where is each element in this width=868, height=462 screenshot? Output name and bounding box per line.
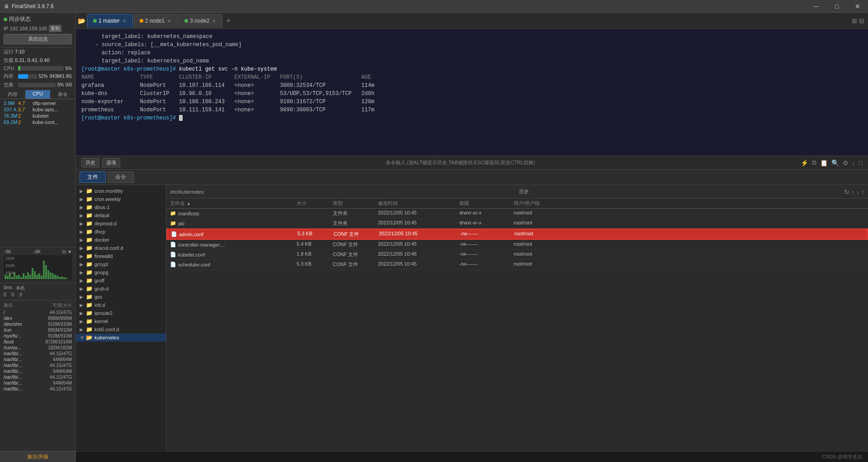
proc-tab-cmd[interactable]: 命令 bbox=[50, 90, 75, 99]
refresh-button[interactable]: ↻ bbox=[844, 188, 849, 195]
file-row-scheduler-conf[interactable]: 📄 scheduler.conf 5.3 KB CONF 文件 2022/12/… bbox=[166, 260, 868, 270]
tab-node2[interactable]: 3 node2 ✕ bbox=[179, 14, 222, 28]
mem-size-value: 943M/1.8G bbox=[50, 74, 72, 79]
tree-item-kernel[interactable]: ▶ 📁 kernel bbox=[76, 317, 166, 325]
settings-icon[interactable]: ⚙ bbox=[843, 159, 849, 167]
tree-item-iproute2[interactable]: ▶ 📁 iproute2 bbox=[76, 309, 166, 317]
file-owner: root/root bbox=[514, 241, 577, 248]
term-line: - source_labels: [__meta_kubernetes_pod_… bbox=[81, 41, 863, 49]
tab-close-node1[interactable]: ✕ bbox=[166, 19, 172, 24]
tree-item-krb5[interactable]: ▶ 📁 krb5.conf.d bbox=[76, 325, 166, 333]
tab-label-node1: 2 node1 bbox=[145, 18, 165, 24]
proc-name: kube-cont... bbox=[33, 119, 72, 125]
tab-node1[interactable]: 2 node1 ✕ bbox=[134, 14, 178, 28]
net-io-label[interactable]: Io ▼ bbox=[62, 249, 72, 254]
upgrade-button[interactable]: 激活/升级 bbox=[0, 451, 75, 462]
terminal-copy2-icon[interactable]: 📋 bbox=[820, 159, 828, 167]
tree-item-gss[interactable]: ▶ 📁 gss bbox=[76, 293, 166, 301]
select-button[interactable]: 选项 bbox=[102, 158, 120, 167]
tree-item-cron-monthly[interactable]: ▶ 📁 cron.monthly bbox=[76, 187, 166, 195]
tree-item-firewalld[interactable]: ▶ 📁 firewalld bbox=[76, 252, 166, 260]
file-modified: 2022/12/05 10:45 bbox=[378, 220, 459, 227]
disk-item: /var/lib/...64M/64M bbox=[4, 380, 72, 386]
download-fm-button[interactable]: ↓ bbox=[856, 188, 859, 195]
proc-name: sftp-server bbox=[33, 100, 72, 106]
minimize-button[interactable]: ─ bbox=[806, 0, 826, 13]
tree-label: cron.weekly bbox=[94, 196, 121, 202]
tree-item-dhcp[interactable]: ▶ 📁 dhcp bbox=[76, 228, 166, 236]
folder-icon: 📁 bbox=[86, 302, 93, 308]
download-icon[interactable]: ↓ bbox=[852, 159, 855, 167]
titlebar-controls[interactable]: ─ □ ✕ bbox=[806, 0, 868, 13]
terminal[interactable]: target_label: kubernetes_namespace - sou… bbox=[76, 29, 868, 156]
file-row-admin-conf[interactable]: 📄 admin.conf 5.3 KB CONF 文件 2022/12/05 1… bbox=[166, 229, 868, 240]
proc-tab-cpu[interactable]: CPU bbox=[25, 90, 51, 99]
proc-mem: 76.3M bbox=[4, 113, 16, 119]
proc-item[interactable]: 69.2M 2 kube-cont... bbox=[0, 119, 75, 125]
lightning-icon[interactable]: ⚡ bbox=[801, 159, 808, 167]
tree-item-groff[interactable]: ▶ 📁 groff bbox=[76, 276, 166, 285]
tab-label-node2: 3 node2 bbox=[190, 18, 209, 24]
folder-icon: 📁 bbox=[86, 188, 93, 194]
tree-item-grub[interactable]: ▶ 📁 grub.d bbox=[76, 285, 166, 293]
file-row-kubelet-conf[interactable]: 📄 kubelet.conf 1.8 KB CONF 文件 2022/12/05… bbox=[166, 250, 868, 260]
add-tab-button[interactable]: + bbox=[223, 17, 233, 25]
upload-button[interactable]: ↑ bbox=[861, 188, 864, 195]
copy-ip-button[interactable]: 复制 bbox=[49, 25, 61, 32]
tree-item-dracut[interactable]: ▶ 📁 dracut.conf.d bbox=[76, 244, 166, 252]
tree-panel: ▶ 📁 cron.monthly ▶ 📁 cron.weekly ▶ 📁 bbox=[76, 185, 166, 451]
tree-item-cron-weekly[interactable]: ▶ 📁 cron.weekly bbox=[76, 195, 166, 203]
folder-icon: 📁 bbox=[86, 229, 93, 235]
fm-tab-cmd[interactable]: 命令 bbox=[108, 171, 134, 183]
disk-item: /boot872M/1014M bbox=[4, 339, 72, 345]
close-button[interactable]: ✕ bbox=[847, 0, 868, 13]
tab-close-master[interactable]: ✕ bbox=[122, 19, 127, 24]
history-button[interactable]: 历史 bbox=[81, 158, 99, 167]
sync-row: 同步状态 bbox=[4, 15, 72, 23]
file-row-manifests[interactable]: 📁 manifests 文件夹 2022/12/05 10:45 drwxr-x… bbox=[166, 209, 868, 219]
term-line: [root@master k8s-prometheus]# kubectl ge… bbox=[81, 65, 863, 73]
proc-item[interactable]: 337.4... 3.7 kube-apis... bbox=[0, 106, 75, 113]
tree-item-depmod[interactable]: ▶ 📁 depmod.d bbox=[76, 219, 166, 228]
maximize-term-icon[interactable]: □ bbox=[859, 159, 863, 167]
tree-item-gnupg[interactable]: ▶ 📁 gnupg bbox=[76, 268, 166, 276]
search-icon[interactable]: 🔍 bbox=[831, 159, 839, 167]
tree-label: default bbox=[94, 213, 109, 218]
tree-item-default[interactable]: ▶ 📁 default bbox=[76, 211, 166, 219]
proc-item[interactable]: 2.9M 4.7 sftp-server bbox=[0, 100, 75, 106]
proc-name: kube-apis... bbox=[33, 107, 72, 112]
copy-terminal-icon[interactable]: ⧉ bbox=[812, 159, 816, 167]
maximize-button[interactable]: □ bbox=[826, 0, 847, 13]
col-owner: 用户/用户组 bbox=[514, 200, 577, 207]
tab-master[interactable]: 1 master ✕ bbox=[87, 14, 133, 28]
filename: manifests bbox=[178, 211, 199, 216]
latency-val-2: 0 bbox=[12, 292, 14, 297]
up-button[interactable]: ↑ bbox=[851, 188, 854, 195]
expand-icon[interactable]: ⊟ bbox=[859, 17, 864, 24]
col-filename: 文件名 ▲ bbox=[170, 200, 297, 207]
expand-icon: ▶ bbox=[80, 270, 84, 276]
tree-item-initd[interactable]: ▶ 📁 init.d bbox=[76, 301, 166, 309]
fm-tab-file[interactable]: 文件 bbox=[80, 171, 106, 183]
proc-tab-mem[interactable]: 内存 bbox=[0, 90, 25, 99]
tree-label: grub.d bbox=[94, 286, 108, 291]
tree-item-docker[interactable]: ▶ 📁 docker bbox=[76, 236, 166, 244]
expand-icon: ▼ bbox=[80, 335, 84, 340]
filename: pki bbox=[178, 221, 184, 226]
file-row-pki[interactable]: 📁 pki 文件夹 2022/12/05 10:45 drwxr-xr-x ro… bbox=[166, 219, 868, 229]
grid-icon[interactable]: ⊞ bbox=[852, 17, 857, 24]
tree-label: firewalld bbox=[94, 253, 113, 259]
disk-item: /var/lib/...44.1G/47G bbox=[4, 362, 72, 368]
tree-item-gcrypt[interactable]: ▶ 📁 gcrypt bbox=[76, 260, 166, 268]
proc-item[interactable]: 76.3M 2 kubelet bbox=[0, 113, 75, 119]
tab-close-node2[interactable]: ✕ bbox=[211, 19, 217, 24]
tree-item-dbus[interactable]: ▶ 📁 dbus-1 bbox=[76, 203, 166, 211]
file-row-controller-manager[interactable]: 📄 controller-manager.... 5.4 KB CONF 文件 … bbox=[166, 240, 868, 250]
sys-info-button[interactable]: 系统信息 bbox=[4, 34, 72, 44]
file-modified: 2022/12/05 10:45 bbox=[378, 210, 459, 217]
tree-item-kubernetes[interactable]: ▼ 📂 kubernetes bbox=[76, 333, 166, 342]
cpu-label: CPU bbox=[4, 66, 16, 71]
process-list: 2.9M 4.7 sftp-server 337.4... 3.7 kube-a… bbox=[0, 100, 75, 247]
disk-item: /var/lib/...44.1G/47G bbox=[4, 386, 72, 392]
tree-label: kernel bbox=[94, 319, 108, 324]
